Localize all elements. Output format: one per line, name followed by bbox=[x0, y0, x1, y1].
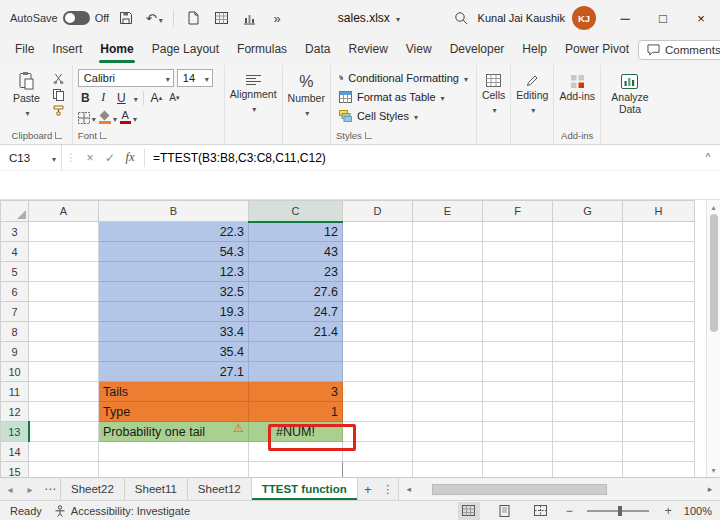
cell-D14[interactable] bbox=[343, 442, 413, 462]
save-icon[interactable] bbox=[115, 6, 137, 30]
cell-G15[interactable] bbox=[553, 462, 623, 478]
cell-E4[interactable] bbox=[413, 242, 483, 262]
cell-E3[interactable] bbox=[413, 222, 483, 242]
fill-color-button[interactable] bbox=[99, 109, 117, 126]
vertical-scrollbar[interactable]: ▴ ▾ bbox=[706, 200, 720, 477]
cell-C14[interactable] bbox=[249, 442, 343, 462]
scroll-right-icon[interactable]: ▸ bbox=[703, 484, 717, 494]
avatar[interactable]: KJ bbox=[572, 6, 596, 30]
column-header-A[interactable]: A bbox=[29, 201, 99, 222]
cell-G9[interactable] bbox=[553, 342, 623, 362]
cell-H15[interactable] bbox=[623, 462, 695, 478]
cell-B11[interactable]: Tails bbox=[99, 382, 249, 402]
cell-B15[interactable] bbox=[99, 462, 249, 478]
row-header-8[interactable]: 8 bbox=[1, 322, 29, 342]
sheet-list-ellipsis-icon[interactable]: ⋯ bbox=[40, 478, 60, 500]
row-header-9[interactable]: 9 bbox=[1, 342, 29, 362]
cell-F11[interactable] bbox=[483, 382, 553, 402]
increase-font-size-button[interactable] bbox=[149, 89, 164, 106]
cell-E6[interactable] bbox=[413, 282, 483, 302]
chart-icon[interactable] bbox=[238, 6, 260, 30]
cell-D7[interactable] bbox=[343, 302, 413, 322]
editing-button[interactable]: Editing bbox=[516, 68, 548, 115]
ribbon-tab-help[interactable]: Help bbox=[513, 37, 556, 63]
cell-A13[interactable] bbox=[29, 422, 99, 442]
sheet-tab-sheet12[interactable]: Sheet12 bbox=[188, 478, 252, 500]
cell-C3[interactable]: 12 bbox=[249, 222, 343, 242]
sheet-nav-right-icon[interactable]: ▸ bbox=[20, 478, 40, 500]
cell-E12[interactable] bbox=[413, 402, 483, 422]
borders-button[interactable] bbox=[78, 109, 96, 126]
cell-D13[interactable] bbox=[343, 422, 413, 442]
search-icon[interactable] bbox=[450, 6, 472, 30]
cell-D8[interactable] bbox=[343, 322, 413, 342]
alignment-button[interactable]: Alignment bbox=[230, 68, 277, 114]
cell-G6[interactable] bbox=[553, 282, 623, 302]
cell-D10[interactable] bbox=[343, 362, 413, 382]
cell-G8[interactable] bbox=[553, 322, 623, 342]
underline-button[interactable]: U bbox=[114, 89, 129, 106]
zoom-in-button[interactable]: + bbox=[665, 504, 672, 518]
paste-button[interactable]: Paste bbox=[7, 68, 46, 121]
cell-G10[interactable] bbox=[553, 362, 623, 382]
row-header-4[interactable]: 4 bbox=[1, 242, 29, 262]
cell-G12[interactable] bbox=[553, 402, 623, 422]
table-icon[interactable] bbox=[210, 6, 232, 30]
number-chevron-icon[interactable] bbox=[303, 106, 309, 118]
cell-G13[interactable] bbox=[553, 422, 623, 442]
cell-H5[interactable] bbox=[623, 262, 695, 282]
cell-F3[interactable] bbox=[483, 222, 553, 242]
cell-D11[interactable] bbox=[343, 382, 413, 402]
vertical-scroll-thumb[interactable] bbox=[710, 214, 718, 332]
scroll-up-icon[interactable]: ▴ bbox=[711, 200, 715, 214]
cell-E7[interactable] bbox=[413, 302, 483, 322]
cell-H11[interactable] bbox=[623, 382, 695, 402]
ribbon-tab-formulas[interactable]: Formulas bbox=[228, 37, 296, 63]
cell-F7[interactable] bbox=[483, 302, 553, 322]
cell-G14[interactable] bbox=[553, 442, 623, 462]
cell-C8[interactable]: 21.4 bbox=[249, 322, 343, 342]
page-break-view-button[interactable] bbox=[530, 502, 552, 520]
cell-F15[interactable] bbox=[483, 462, 553, 478]
cell-B6[interactable]: 32.5 bbox=[99, 282, 249, 302]
cell-A4[interactable] bbox=[29, 242, 99, 262]
cell-A9[interactable] bbox=[29, 342, 99, 362]
cell-B7[interactable]: 19.3 bbox=[99, 302, 249, 322]
cell-A15[interactable] bbox=[29, 462, 99, 478]
accessibility-status[interactable]: Accessibility: Investigate bbox=[54, 505, 190, 517]
cut-icon[interactable] bbox=[50, 71, 67, 86]
underline-chevron-icon[interactable] bbox=[132, 91, 138, 105]
sheet-tab-sheet22[interactable]: Sheet22 bbox=[60, 478, 125, 500]
cell-D12[interactable] bbox=[343, 402, 413, 422]
qat-overflow-icon[interactable]: » bbox=[266, 6, 288, 30]
ribbon-tab-power-pivot[interactable]: Power Pivot bbox=[556, 37, 638, 63]
ribbon-tab-home[interactable]: Home bbox=[91, 37, 142, 63]
row-header-12[interactable]: 12 bbox=[1, 402, 29, 422]
cell-styles-chevron-icon[interactable] bbox=[414, 110, 418, 122]
cell-D4[interactable] bbox=[343, 242, 413, 262]
cell-G5[interactable] bbox=[553, 262, 623, 282]
autosave-switch[interactable] bbox=[63, 11, 90, 25]
cell-F6[interactable] bbox=[483, 282, 553, 302]
cell-F12[interactable] bbox=[483, 402, 553, 422]
column-header-B[interactable]: B bbox=[99, 201, 249, 222]
cell-F4[interactable] bbox=[483, 242, 553, 262]
row-header-15[interactable]: 15 bbox=[1, 462, 29, 478]
row-header-14[interactable]: 14 bbox=[1, 442, 29, 462]
font-color-chevron-icon[interactable] bbox=[131, 111, 137, 125]
cell-D5[interactable] bbox=[343, 262, 413, 282]
font-name-select[interactable]: Calibri bbox=[78, 69, 174, 87]
cell-F5[interactable] bbox=[483, 262, 553, 282]
cell-E13[interactable] bbox=[413, 422, 483, 442]
document-icon[interactable] bbox=[182, 6, 204, 30]
font-name-chevron-icon[interactable] bbox=[164, 72, 170, 84]
column-header-H[interactable]: H bbox=[623, 201, 695, 222]
cell-F8[interactable] bbox=[483, 322, 553, 342]
cell-H8[interactable] bbox=[623, 322, 695, 342]
copy-icon[interactable] bbox=[50, 87, 67, 102]
autosave-toggle[interactable]: AutoSave Off bbox=[10, 11, 109, 25]
insert-function-button[interactable]: fx bbox=[120, 147, 140, 169]
undo-chevron-icon[interactable] bbox=[157, 11, 163, 26]
editing-chevron-icon[interactable] bbox=[529, 103, 535, 115]
font-size-select[interactable]: 14 bbox=[177, 69, 213, 87]
